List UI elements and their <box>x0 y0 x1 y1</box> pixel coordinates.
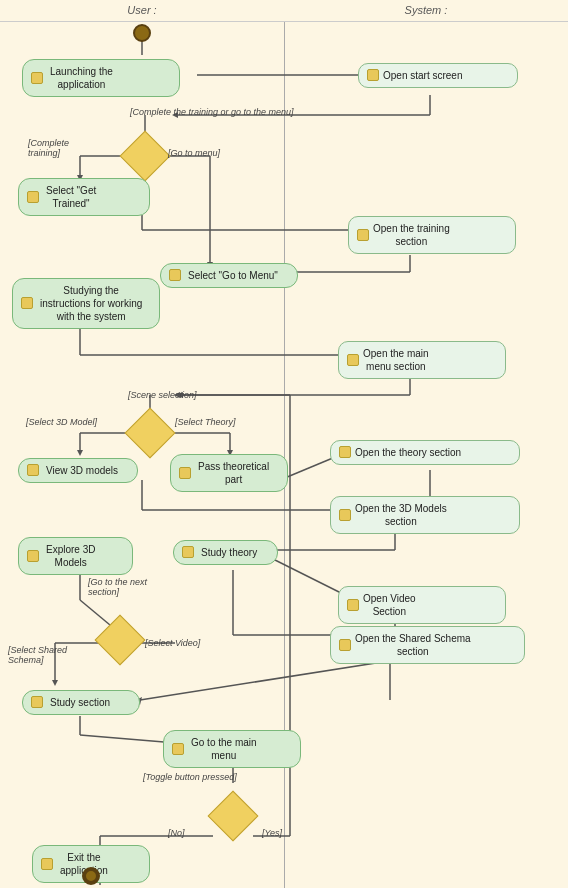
user-icon-5 <box>27 464 39 476</box>
studying-label: Studying the instructions for working wi… <box>40 284 142 323</box>
system-icon-2 <box>357 229 369 241</box>
view-3d-models-node: View 3D models <box>18 453 138 487</box>
decision-4-diamond <box>208 791 259 842</box>
open-main-menu-node: Open the main menu section <box>338 340 506 380</box>
open-theory-node: Open the theory section <box>330 435 520 469</box>
user-icon-8 <box>182 546 194 558</box>
user-icon-9 <box>31 696 43 708</box>
system-icon-4 <box>339 446 351 458</box>
system-icon-5 <box>339 509 351 521</box>
launching-application-node: Launching the application <box>22 55 180 100</box>
select-theory-guard: [Select Theory] <box>175 417 236 427</box>
user-icon-6 <box>179 467 191 479</box>
user-icon-10 <box>172 743 184 755</box>
go-main-menu-node: Go to the main menu <box>163 730 301 768</box>
start-node <box>133 24 151 42</box>
no-guard: [No] <box>168 828 185 838</box>
open-shared-schema-label: Open the Shared Schema section <box>355 632 471 658</box>
user-icon-3 <box>169 269 181 281</box>
system-icon-1 <box>367 69 379 81</box>
decision-4 <box>215 798 251 834</box>
select-go-to-menu-node: Select "Go to Menu" <box>160 258 298 292</box>
toggle-label: [Toggle button pressed] <box>143 772 237 782</box>
explore-3d-label: Explore 3D Models <box>46 543 95 569</box>
open-3d-models-label: Open the 3D Models section <box>355 502 447 528</box>
open-shared-schema-node: Open the Shared Schema section <box>330 625 525 665</box>
open-training-node: Open the training section <box>348 215 516 255</box>
user-icon-11 <box>41 858 53 870</box>
open-3d-models-node: Open the 3D Models section <box>330 495 520 535</box>
end-node <box>82 867 100 885</box>
launching-label: Launching the application <box>50 65 113 91</box>
open-training-label: Open the training section <box>373 222 450 248</box>
user-icon <box>31 72 43 84</box>
study-section-label: Study section <box>50 696 110 709</box>
decision-2 <box>132 415 168 451</box>
open-theory-label: Open the theory section <box>355 446 461 459</box>
header-user-label: User : <box>0 4 284 17</box>
header-system-label: System : <box>284 4 568 17</box>
open-video-node: Open Video Section <box>338 585 506 625</box>
user-icon-2 <box>27 191 39 203</box>
select-get-trained-node: Select "Get Trained" <box>18 178 150 216</box>
header: User : System : <box>0 0 568 22</box>
yes-guard: [Yes] <box>262 828 282 838</box>
select-get-trained-label: Select "Get Trained" <box>46 184 96 210</box>
go-main-menu-label: Go to the main menu <box>191 736 257 762</box>
svg-line-53 <box>140 660 395 700</box>
diagram-container: User : System : <box>0 0 568 888</box>
system-icon-6 <box>347 599 359 611</box>
select-video-guard: [Select Video] <box>145 638 200 648</box>
open-start-label: Open start screen <box>383 69 462 82</box>
open-main-menu-label: Open the main menu section <box>363 347 429 373</box>
decision-2-diamond <box>125 408 176 459</box>
pass-theoretical-label: Pass theoretical part <box>198 460 269 486</box>
scene-selection-label: [Scene selection] <box>128 390 197 400</box>
open-start-screen-node: Open start screen <box>358 58 518 92</box>
decision-3-diamond <box>95 615 146 666</box>
studying-instructions-node: Studying the instructions for working wi… <box>12 278 160 328</box>
study-theory-label: Study theory <box>201 546 257 559</box>
explore-3d-node: Explore 3D Models <box>18 535 133 577</box>
go-to-menu-guard: [Go to menu] <box>168 148 220 158</box>
go-next-label: [Go to the next section] <box>88 577 147 597</box>
complete-training-label: [Complete the training or go to the menu… <box>130 107 294 117</box>
decision-1 <box>127 138 163 174</box>
view-3d-label: View 3D models <box>46 464 118 477</box>
decision-1-diamond <box>120 131 171 182</box>
system-icon-7 <box>339 639 351 651</box>
select-shared-guard: [Select Shared Schema] <box>8 645 67 665</box>
decision-3 <box>102 622 138 658</box>
select-go-to-menu-label: Select "Go to Menu" <box>188 269 278 282</box>
study-theory-node: Study theory <box>173 535 278 569</box>
select-3d-guard: [Select 3D Model] <box>26 417 97 427</box>
pass-theoretical-node: Pass theoretical part <box>170 453 288 493</box>
user-icon-4 <box>21 297 33 309</box>
open-video-label: Open Video Section <box>363 592 416 618</box>
user-icon-7 <box>27 550 39 562</box>
system-icon-3 <box>347 354 359 366</box>
complete-training-guard: [Completetraining] <box>28 138 69 158</box>
study-section-node: Study section <box>22 685 140 719</box>
